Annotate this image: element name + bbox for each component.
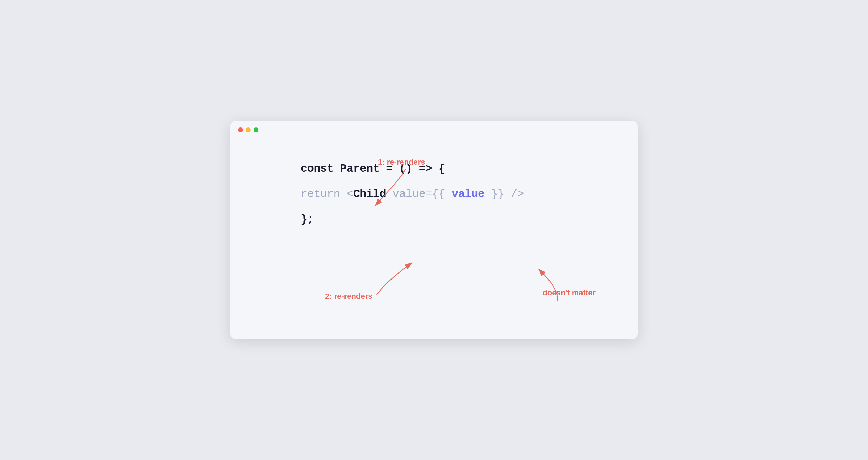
minimize-button[interactable] bbox=[246, 127, 251, 132]
annotation-1: 1: re-renders bbox=[378, 158, 425, 167]
code-tag-open: < bbox=[347, 188, 353, 201]
annotation-2: 2: re-renders bbox=[325, 292, 373, 301]
close-button[interactable] bbox=[238, 127, 243, 132]
code-line-2: return <Child value={{ value }} /> bbox=[301, 186, 610, 203]
code-return: return bbox=[301, 188, 347, 201]
code-value-expression: value bbox=[445, 188, 491, 201]
code-child-component: Child bbox=[353, 188, 386, 201]
annotation-3: doesn't matter bbox=[542, 288, 596, 297]
code-attr-value: value={{ bbox=[386, 188, 445, 201]
titlebar bbox=[230, 121, 638, 136]
maximize-button[interactable] bbox=[254, 127, 258, 132]
code-line-3: }; bbox=[301, 211, 610, 228]
app-window: 1: re-renders const Parent = () => { ret… bbox=[230, 121, 638, 339]
code-block: const Parent = () => { return <Child val… bbox=[258, 146, 610, 242]
code-line-1: const Parent = () => { bbox=[301, 160, 610, 177]
code-attr-close: }} /> bbox=[491, 188, 524, 201]
code-closing-brace: }; bbox=[301, 213, 314, 226]
main-content: 1: re-renders const Parent = () => { ret… bbox=[230, 136, 638, 333]
